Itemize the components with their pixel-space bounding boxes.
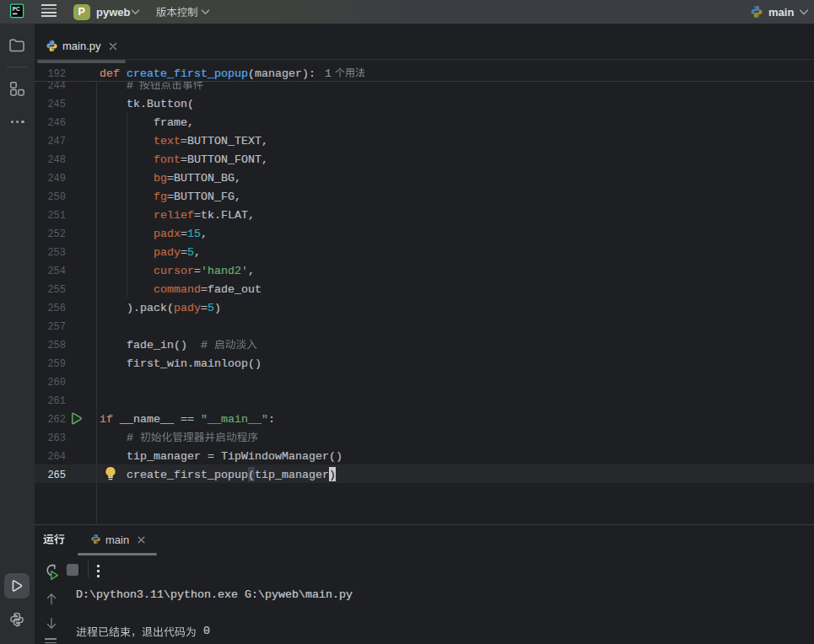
svg-text:PC: PC xyxy=(13,6,20,12)
